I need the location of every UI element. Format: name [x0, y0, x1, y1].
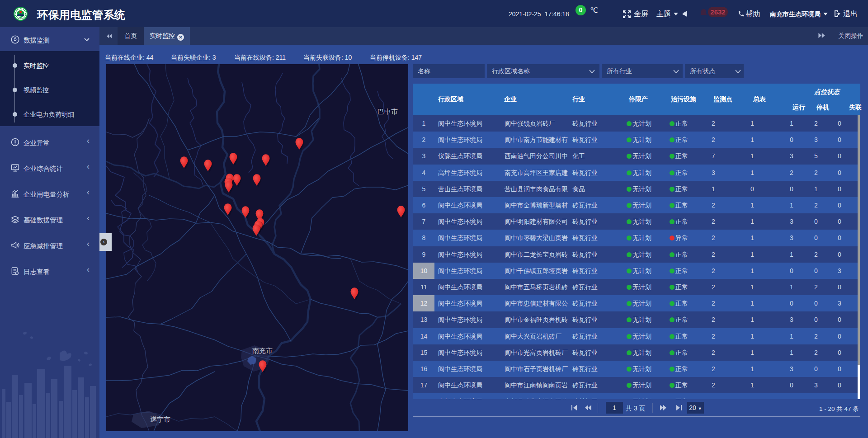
- svg-text:南充市: 南充市: [252, 347, 273, 354]
- svg-text:遂宁市: 遂宁市: [150, 415, 170, 423]
- svg-text:巴中市: 巴中市: [377, 108, 398, 115]
